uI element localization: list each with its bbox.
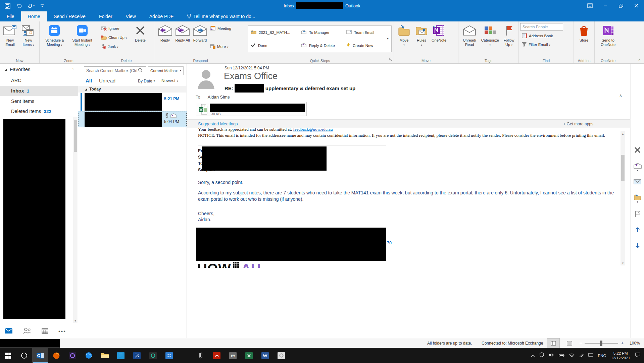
close-button[interactable] [629, 0, 644, 11]
attachment-chip[interactable]: 30 KB [196, 102, 307, 116]
new-email-button[interactable]: New Email [1, 22, 19, 56]
app-window-icon[interactable] [5, 3, 10, 9]
battery-icon[interactable] [559, 353, 564, 359]
action-center-icon[interactable] [635, 352, 641, 359]
sort-order-toggle[interactable]: Newest↓ [161, 78, 179, 83]
quick-step-create-new[interactable]: Create New [344, 39, 384, 52]
pen-icon[interactable] [579, 353, 584, 359]
taskbar-excel-icon[interactable] [241, 348, 257, 363]
touch-mouse-mode-icon[interactable]: ▾ [28, 3, 35, 8]
strip-move-button[interactable]: ▾ [631, 194, 644, 203]
message-list-item-selected[interactable]: 5:04 PM [78, 111, 187, 127]
folder-item-inbox[interactable]: Inbox 1 [0, 86, 78, 96]
ribbon-display-options-button[interactable] [582, 0, 598, 11]
taskbar-file-explorer-icon[interactable] [97, 348, 113, 363]
customize-qat-icon[interactable]: —▾ [41, 4, 44, 8]
taskbar-app-blue-doc-icon[interactable] [113, 348, 129, 363]
quick-step-to-manager[interactable]: To Manager [298, 26, 344, 39]
recipient-name[interactable]: Aidan Sims [208, 95, 230, 100]
mail-nav-icon[interactable] [5, 328, 13, 335]
scrollbar-down-arrow[interactable]: ▾ [621, 261, 625, 265]
monitor-icon[interactable] [588, 353, 593, 359]
zoom-slider-track[interactable] [585, 343, 618, 344]
store-button[interactable]: Store [575, 22, 593, 56]
collapse-ribbon-chevron[interactable]: ∧ [638, 58, 641, 61]
scrollbar-down-arrow[interactable]: ▾ [73, 318, 78, 323]
taskbar-rw-app-icon[interactable]: rw [225, 348, 241, 363]
more-respond-button[interactable]: More ▾ [209, 43, 238, 50]
undo-icon[interactable] [16, 3, 22, 8]
tab-view[interactable]: View [119, 11, 143, 21]
zoom-in-button[interactable]: + [621, 340, 624, 346]
taskbar-paperclip-icon[interactable] [193, 348, 209, 363]
zoom-slider-thumb[interactable] [600, 341, 602, 346]
quick-step-math-folder[interactable]: 2021_S2_MATH... [248, 26, 298, 39]
group-header-today[interactable]: ◢ Today [78, 86, 187, 93]
sort-by-dropdown[interactable]: By Date▾ [138, 79, 155, 83]
unread-read-button[interactable]: Unread/ Read [460, 22, 479, 56]
taskbar-app-blue-sphere-icon[interactable] [81, 348, 97, 363]
more-nav-icon[interactable]: ••• [58, 328, 66, 335]
search-taskbar-icon[interactable] [16, 348, 32, 363]
address-book-button[interactable]: Address Book [520, 33, 554, 39]
quick-steps-gallery-dropdown[interactable]: ▾ [384, 25, 392, 52]
strip-next-item-button[interactable] [631, 243, 644, 249]
follow-up-button[interactable]: Follow Up ▾ [501, 22, 517, 56]
taskbar-acrobat-icon[interactable] [209, 348, 225, 363]
reply-all-button[interactable]: Reply All [174, 22, 191, 56]
folder-item-arc[interactable]: ARC [0, 76, 78, 85]
strip-flag-button[interactable] [631, 210, 644, 218]
folder-item-sent[interactable]: Sent Items [0, 97, 78, 106]
taskbar-clock[interactable]: 5:22 PM 12/12/2021 [611, 351, 630, 360]
tab-folder[interactable]: Folder [92, 11, 119, 21]
folder-item-deleted[interactable]: Deleted Items 322 [0, 107, 78, 116]
speaker-icon[interactable] [549, 353, 554, 359]
strip-delete-button[interactable] [631, 147, 644, 153]
wifi-icon[interactable] [569, 353, 575, 359]
rules-button[interactable]: Rules▾ [413, 22, 430, 56]
suggested-meetings-bar[interactable]: Suggested Meetings + Get more apps [187, 120, 630, 128]
scrollbar-thumb[interactable] [74, 120, 77, 152]
quick-step-reply-delete[interactable]: Reply & Delete [298, 39, 344, 52]
quick-step-team-email[interactable]: Team Email [344, 26, 384, 39]
search-input[interactable] [84, 68, 138, 73]
search-box[interactable] [84, 66, 146, 75]
sender-name[interactable]: Exams Office [224, 71, 278, 81]
taskbar-firefox-icon[interactable] [48, 348, 64, 363]
send-to-onenote-button[interactable]: Send to OneNote [596, 22, 620, 56]
favorites-header[interactable]: ◢ Favorites [5, 66, 31, 72]
taskbar-app-light-icon[interactable] [273, 348, 289, 363]
hidden-icons-chevron[interactable] [531, 353, 535, 359]
filter-tab-all[interactable]: All [86, 78, 92, 83]
tab-home[interactable]: Home [21, 11, 47, 21]
scrollbar-up-arrow[interactable]: ▴ [621, 131, 625, 136]
search-icon[interactable] [138, 68, 143, 74]
clean-up-button[interactable]: Clean Up ▾ [99, 34, 132, 41]
tell-me-box[interactable]: Tell me what you want to do... [180, 11, 262, 21]
start-instant-meeting-button[interactable]: Start Instant Meeting ▾ [68, 22, 96, 56]
new-items-button[interactable]: New Items ▾ [19, 22, 38, 56]
taskbar-app-navy-icon[interactable] [129, 348, 145, 363]
forward-button[interactable]: Forward [191, 22, 209, 56]
normal-view-button[interactable] [563, 338, 576, 348]
strip-previous-item-button[interactable] [631, 227, 644, 233]
get-more-apps-link[interactable]: + Get more apps [563, 122, 593, 126]
people-nav-icon[interactable] [23, 328, 32, 335]
quick-steps-dialog-launcher[interactable] [389, 56, 392, 62]
shield-icon[interactable] [540, 352, 544, 359]
meeting-button[interactable]: Meeting [209, 25, 238, 32]
restore-button[interactable] [613, 0, 629, 11]
zoom-level-text[interactable]: 100% [630, 341, 640, 346]
minimize-button[interactable] [598, 0, 613, 11]
taskbar-word-icon[interactable] [257, 348, 273, 363]
filter-tab-unread[interactable]: Unread [99, 78, 115, 83]
scrollbar-thumb[interactable] [621, 155, 625, 181]
categorize-button[interactable]: Categorize▾ [479, 22, 501, 56]
tab-file[interactable]: File [0, 11, 21, 21]
message-list-item-unread[interactable]: 5:21 PM [78, 93, 187, 111]
start-button[interactable] [0, 348, 16, 363]
delete-button[interactable]: Delete [132, 22, 149, 56]
folder-pane-scrollbar[interactable]: ▾ [73, 117, 78, 323]
tab-adobe-pdf[interactable]: Adobe PDF [143, 11, 180, 21]
tab-send-receive[interactable]: Send / Receive [47, 11, 92, 21]
